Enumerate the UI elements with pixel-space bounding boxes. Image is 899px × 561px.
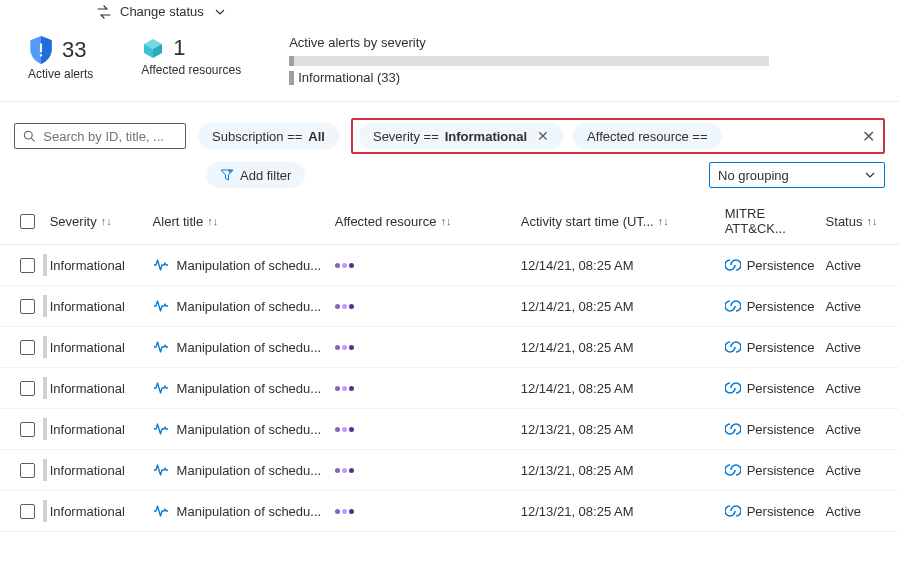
cell-severity: Informational: [50, 504, 153, 519]
severity-title: Active alerts by severity: [289, 35, 879, 50]
col-time[interactable]: Activity start time (UT...↑↓: [521, 214, 725, 229]
activity-icon: [153, 381, 169, 395]
filter-row: Subscription == All Severity == Informat…: [0, 102, 899, 158]
filter-pill-resource[interactable]: Affected resource ==: [573, 123, 721, 149]
cell-status: Active: [826, 422, 885, 437]
resource-icon: [335, 468, 354, 473]
affected-resources-count: 1: [173, 35, 185, 61]
cell-mitre: Persistence: [725, 503, 826, 519]
row-checkbox[interactable]: [20, 504, 35, 519]
cell-time: 12/14/21, 08:25 AM: [521, 381, 725, 396]
cell-status: Active: [826, 258, 885, 273]
filter-pill-severity[interactable]: Severity == Informational ✕: [359, 123, 563, 149]
cell-mitre: Persistence: [725, 339, 826, 355]
activity-icon: [153, 422, 169, 436]
add-filter-button[interactable]: Add filter: [206, 162, 305, 188]
cell-status: Active: [826, 381, 885, 396]
severity-indicator: [43, 377, 47, 399]
pill-value: Informational: [445, 129, 527, 144]
severity-indicator: [43, 254, 47, 276]
cell-resource: [335, 468, 521, 473]
svg-point-2: [24, 131, 32, 139]
row-checkbox[interactable]: [20, 340, 35, 355]
persistence-icon: [725, 380, 741, 396]
close-icon[interactable]: ✕: [862, 127, 875, 146]
grouping-select[interactable]: No grouping: [709, 162, 885, 188]
cell-title: Manipulation of schedu...: [153, 299, 335, 314]
severity-chip-informational: [289, 71, 294, 85]
sort-icon: ↑↓: [658, 215, 669, 227]
cell-title: Manipulation of schedu...: [153, 504, 335, 519]
row-checkbox[interactable]: [20, 381, 35, 396]
row-checkbox[interactable]: [20, 299, 35, 314]
filter-pill-subscription[interactable]: Subscription == All: [198, 123, 339, 149]
resource-icon: [335, 345, 354, 350]
svg-line-3: [31, 138, 34, 141]
activity-icon: [153, 299, 169, 313]
cell-mitre: Persistence: [725, 257, 826, 273]
col-resource[interactable]: Affected resource↑↓: [335, 214, 521, 229]
shield-icon: [28, 35, 54, 65]
table-row[interactable]: Informational Manipulation of schedu... …: [0, 409, 899, 450]
cell-time: 12/13/21, 08:25 AM: [521, 463, 725, 478]
affected-resources-label: Affected resources: [141, 63, 241, 77]
col-status[interactable]: Status↑↓: [826, 214, 885, 229]
filter-row-2: Add filter No grouping: [0, 158, 899, 198]
cell-severity: Informational: [50, 299, 153, 314]
severity-item-informational: Informational (33): [298, 70, 400, 85]
severity-breakdown: Informational (33): [289, 70, 879, 85]
cell-mitre: Persistence: [725, 421, 826, 437]
table-row[interactable]: Informational Manipulation of schedu... …: [0, 245, 899, 286]
persistence-icon: [725, 503, 741, 519]
active-alerts-count: 33: [62, 37, 86, 63]
table-header: Severity↑↓ Alert title↑↓ Affected resour…: [0, 198, 899, 245]
change-status-button[interactable]: Change status: [120, 4, 204, 19]
close-icon[interactable]: ✕: [537, 128, 549, 144]
activity-icon: [153, 463, 169, 477]
cell-time: 12/14/21, 08:25 AM: [521, 299, 725, 314]
sort-icon: ↑↓: [440, 215, 451, 227]
row-checkbox[interactable]: [20, 463, 35, 478]
persistence-icon: [725, 257, 741, 273]
cell-severity: Informational: [50, 381, 153, 396]
active-alerts-tile: 33 Active alerts: [28, 35, 93, 81]
severity-indicator: [43, 295, 47, 317]
col-mitre[interactable]: MITRE ATT&CK...: [725, 206, 826, 236]
table-body: Informational Manipulation of schedu... …: [0, 245, 899, 532]
sort-icon: ↑↓: [101, 215, 112, 227]
cell-status: Active: [826, 504, 885, 519]
cell-resource: [335, 427, 521, 432]
chevron-down-icon: [864, 169, 876, 181]
severity-indicator: [43, 336, 47, 358]
resource-icon: [335, 263, 354, 268]
persistence-icon: [725, 462, 741, 478]
severity-indicator: [43, 459, 47, 481]
cell-time: 12/13/21, 08:25 AM: [521, 504, 725, 519]
table-row[interactable]: Informational Manipulation of schedu... …: [0, 286, 899, 327]
severity-indicator: [43, 418, 47, 440]
col-severity[interactable]: Severity↑↓: [50, 214, 153, 229]
row-checkbox[interactable]: [20, 422, 35, 437]
grouping-value: No grouping: [718, 168, 789, 183]
pill-label: Affected resource ==: [587, 129, 707, 144]
row-checkbox[interactable]: [20, 258, 35, 273]
col-title[interactable]: Alert title↑↓: [153, 214, 335, 229]
cell-status: Active: [826, 463, 885, 478]
persistence-icon: [725, 421, 741, 437]
add-filter-icon: [220, 168, 234, 182]
table-row[interactable]: Informational Manipulation of schedu... …: [0, 368, 899, 409]
persistence-icon: [725, 298, 741, 314]
severity-block: Active alerts by severity Informational …: [289, 35, 879, 85]
table-row[interactable]: Informational Manipulation of schedu... …: [0, 327, 899, 368]
resource-icon: [335, 509, 354, 514]
activity-icon: [153, 504, 169, 518]
search-input[interactable]: [41, 128, 177, 145]
table-row[interactable]: Informational Manipulation of schedu... …: [0, 491, 899, 532]
cell-time: 12/14/21, 08:25 AM: [521, 258, 725, 273]
search-box[interactable]: [14, 123, 186, 149]
select-all-checkbox[interactable]: [20, 214, 35, 229]
cell-title: Manipulation of schedu...: [153, 381, 335, 396]
table-row[interactable]: Informational Manipulation of schedu... …: [0, 450, 899, 491]
severity-indicator: [43, 500, 47, 522]
activity-icon: [153, 340, 169, 354]
